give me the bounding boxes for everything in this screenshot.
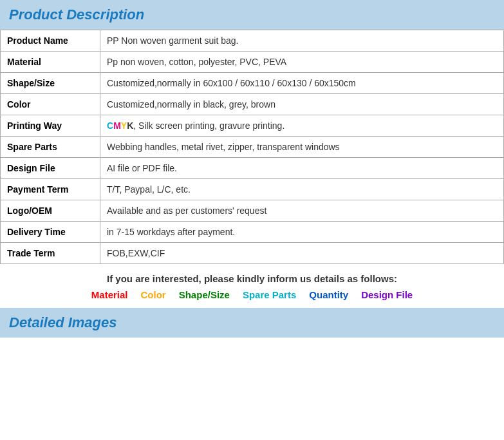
row-label: Logo/OEM [1, 200, 100, 222]
detailed-images-header: Detailed Images [0, 308, 504, 338]
keyword-quantity: Quantity [309, 289, 348, 300]
row-value: FOB,EXW,CIF [100, 243, 504, 264]
table-row: Shape/Size Customized,normally in 60x100… [1, 73, 504, 94]
row-label: Trade Term [1, 243, 100, 264]
row-value: T/T, Paypal, L/C, etc. [100, 179, 504, 200]
row-value: Customized,normally in 60x100 / 60x110 /… [100, 73, 504, 94]
row-label: Color [1, 94, 100, 115]
keyword-shape-size: Shape/Size [179, 289, 230, 300]
cmyk-c: C [107, 120, 113, 131]
keyword-design-file: Design File [361, 289, 413, 300]
row-value: Webbing handles, metal rivet, zipper, tr… [100, 137, 504, 158]
row-value: PP Non woven garment suit bag. [100, 30, 504, 52]
row-value: Available and as per customers' request [100, 200, 504, 222]
row-value: Pp non woven, cotton, polyester, PVC, PE… [100, 52, 504, 73]
keywords-row: Material Color Shape/Size Spare Parts Qu… [6, 289, 498, 300]
table-row: Design File AI file or PDF file. [1, 158, 504, 179]
row-label: Spare Parts [1, 137, 100, 158]
table-row: Color Customized,normally in black, grey… [1, 94, 504, 115]
row-value: Customized,normally in black, grey, brow… [100, 94, 504, 115]
keyword-color: Color [141, 289, 166, 300]
cmyk-k: K [127, 120, 133, 131]
row-label: Shape/Size [1, 73, 100, 94]
row-label: Printing Way [1, 115, 100, 137]
product-table: Product Name PP Non woven garment suit b… [0, 30, 504, 264]
table-row: Material Pp non woven, cotton, polyester… [1, 52, 504, 73]
row-label: Material [1, 52, 100, 73]
table-row: Payment Term T/T, Paypal, L/C, etc. [1, 179, 504, 200]
row-label: Delivery Time [1, 222, 100, 243]
keyword-material: Material [91, 289, 128, 300]
row-label: Product Name [1, 30, 100, 52]
row-value-printing: CMYK, Silk screen printing, gravure prin… [100, 115, 504, 137]
cmyk-m: M [113, 120, 121, 131]
printing-suffix: , Silk screen printing, gravure printing… [133, 120, 285, 131]
interest-text: If you are interested, please kindly inf… [6, 273, 498, 284]
table-row: Spare Parts Webbing handles, metal rivet… [1, 137, 504, 158]
row-value: AI file or PDF file. [100, 158, 504, 179]
interest-section: If you are interested, please kindly inf… [0, 264, 504, 307]
keyword-spare-parts: Spare Parts [243, 289, 296, 300]
product-description-header: Product Description [0, 0, 504, 30]
row-label: Design File [1, 158, 100, 179]
row-label: Payment Term [1, 179, 100, 200]
table-row: Delivery Time in 7-15 workdays after pay… [1, 222, 504, 243]
table-row: Product Name PP Non woven garment suit b… [1, 30, 504, 52]
table-row: Trade Term FOB,EXW,CIF [1, 243, 504, 264]
cmyk-y: Y [121, 120, 127, 131]
row-value: in 7-15 workdays after payment. [100, 222, 504, 243]
table-row: Printing Way CMYK, Silk screen printing,… [1, 115, 504, 137]
table-row: Logo/OEM Available and as per customers'… [1, 200, 504, 222]
